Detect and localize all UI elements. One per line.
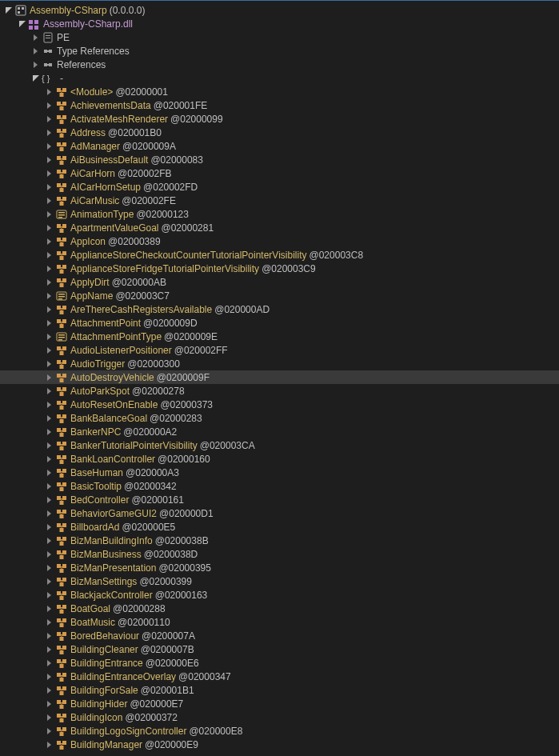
tree-row-type[interactable]: ApplianceStoreFridgeTutorialPointerVisib… bbox=[0, 262, 559, 275]
collapse-arrow-icon[interactable] bbox=[46, 510, 54, 518]
tree-row-refs[interactable]: References bbox=[0, 58, 559, 71]
collapse-arrow-icon[interactable] bbox=[46, 455, 54, 463]
tree-row-type[interactable]: BizManPresentation@02000395 bbox=[0, 561, 559, 574]
collapse-arrow-icon[interactable] bbox=[46, 142, 54, 150]
tree-row-type[interactable]: Address@020001B0 bbox=[0, 126, 559, 139]
collapse-arrow-icon[interactable] bbox=[46, 156, 54, 164]
collapse-arrow-icon[interactable] bbox=[46, 129, 54, 137]
tree-row-type[interactable]: BizManBusiness@0200038D bbox=[0, 547, 559, 561]
tree-row-type[interactable]: AutoParkSpot@02000278 bbox=[0, 384, 559, 398]
collapse-arrow-icon[interactable] bbox=[46, 224, 54, 232]
tree-row-type[interactable]: BuildingHider@020000E7 bbox=[0, 697, 559, 710]
collapse-arrow-icon[interactable] bbox=[46, 564, 54, 572]
tree-row-type[interactable]: ApartmentValueGoal@02000281 bbox=[0, 221, 559, 234]
collapse-arrow-icon[interactable] bbox=[46, 482, 54, 490]
collapse-arrow-icon[interactable] bbox=[46, 387, 54, 395]
tree-row-type[interactable]: AchievementsData@020001FE bbox=[0, 98, 559, 112]
tree-row-type[interactable]: BoredBehaviour@0200007A bbox=[0, 629, 559, 642]
tree-row-type[interactable]: BankerTutorialPointerVisibility@020003CA bbox=[0, 438, 559, 452]
collapse-arrow-icon[interactable] bbox=[46, 578, 54, 586]
tree-row-type[interactable]: BankLoanController@02000160 bbox=[0, 452, 559, 466]
collapse-arrow-icon[interactable] bbox=[46, 292, 54, 300]
collapse-arrow-icon[interactable] bbox=[46, 632, 54, 640]
tree-row-pe[interactable]: PE bbox=[0, 30, 559, 44]
collapse-arrow-icon[interactable] bbox=[46, 537, 54, 545]
tree-row-assembly[interactable]: Assembly-CSharp (0.0.0.0) bbox=[0, 3, 559, 17]
collapse-arrow-icon[interactable] bbox=[46, 727, 54, 735]
collapse-arrow-icon[interactable] bbox=[46, 374, 54, 382]
tree-row-type[interactable]: BankBalanceGoal@02000283 bbox=[0, 411, 559, 425]
collapse-arrow-icon[interactable] bbox=[32, 34, 40, 42]
tree-row-type[interactable]: BankerNPC@020000A2 bbox=[0, 425, 559, 438]
tree-row-type[interactable]: AutoDestroyVehicle@0200009F bbox=[0, 370, 559, 384]
tree-row-type[interactable]: AICarHornSetup@020002FD bbox=[0, 180, 559, 194]
collapse-arrow-icon[interactable] bbox=[32, 61, 40, 69]
tree-row-type[interactable]: BedController@02000161 bbox=[0, 493, 559, 506]
collapse-arrow-icon[interactable] bbox=[46, 673, 54, 681]
expand-arrow-icon[interactable] bbox=[5, 6, 13, 14]
tree-row-type[interactable]: BizManBuildingInfo@0200038B bbox=[0, 534, 559, 547]
collapse-arrow-icon[interactable] bbox=[46, 183, 54, 191]
expand-arrow-icon[interactable] bbox=[32, 74, 40, 82]
tree-row-type[interactable]: BoatMusic@02000110 bbox=[0, 615, 559, 629]
collapse-arrow-icon[interactable] bbox=[46, 115, 54, 123]
collapse-arrow-icon[interactable] bbox=[46, 550, 54, 558]
collapse-arrow-icon[interactable] bbox=[46, 605, 54, 613]
collapse-arrow-icon[interactable] bbox=[46, 496, 54, 504]
collapse-arrow-icon[interactable] bbox=[46, 306, 54, 314]
tree-row-type[interactable]: ApplyDirt@020000AB bbox=[0, 275, 559, 289]
tree-row-type[interactable]: AnimationType@02000123 bbox=[0, 207, 559, 221]
tree-row-type[interactable]: AudioListenerPositioner@020002FF bbox=[0, 343, 559, 357]
tree-row-type[interactable]: AutoResetOnEnable@02000373 bbox=[0, 398, 559, 411]
collapse-arrow-icon[interactable] bbox=[46, 265, 54, 273]
tree-row-type[interactable]: BasicTooltip@02000342 bbox=[0, 479, 559, 493]
collapse-arrow-icon[interactable] bbox=[46, 700, 54, 708]
collapse-arrow-icon[interactable] bbox=[46, 469, 54, 477]
collapse-arrow-icon[interactable] bbox=[46, 210, 54, 218]
tree-row-type[interactable]: AppName@020003C7 bbox=[0, 289, 559, 302]
tree-row-type[interactable]: BizManSettings@02000399 bbox=[0, 574, 559, 588]
collapse-arrow-icon[interactable] bbox=[46, 659, 54, 667]
collapse-arrow-icon[interactable] bbox=[46, 618, 54, 626]
tree-row-type[interactable]: BehaviorGameGUI2@020000D1 bbox=[0, 506, 559, 520]
tree-row-dll[interactable]: Assembly-CSharp.dll bbox=[0, 17, 559, 30]
tree-row-type[interactable]: AttachmentPoint@0200009D bbox=[0, 316, 559, 330]
collapse-arrow-icon[interactable] bbox=[46, 333, 54, 341]
collapse-arrow-icon[interactable] bbox=[32, 47, 40, 55]
tree-row-type[interactable]: BillboardAd@020000E5 bbox=[0, 520, 559, 534]
collapse-arrow-icon[interactable] bbox=[46, 591, 54, 599]
collapse-arrow-icon[interactable] bbox=[46, 686, 54, 694]
collapse-arrow-icon[interactable] bbox=[46, 197, 54, 205]
tree-row-type[interactable]: BuildingCleaner@0200007B bbox=[0, 642, 559, 656]
tree-row-type[interactable]: BuildingEntrance@020000E6 bbox=[0, 656, 559, 670]
tree-row-type[interactable]: BuildingLogoSignController@020000E8 bbox=[0, 724, 559, 738]
collapse-arrow-icon[interactable] bbox=[46, 741, 54, 749]
tree-row-type[interactable]: ApplianceStoreCheckoutCounterTutorialPoi… bbox=[0, 248, 559, 262]
tree-row-type[interactable]: BuildingManager@020000E9 bbox=[0, 738, 559, 751]
tree-row-type[interactable]: BaseHuman@020000A3 bbox=[0, 466, 559, 479]
tree-row-type[interactable]: AiCarMusic@020002FE bbox=[0, 194, 559, 207]
tree-row-typerefs[interactable]: Type References bbox=[0, 44, 559, 58]
expand-arrow-icon[interactable] bbox=[18, 20, 26, 28]
tree-row-namespace[interactable]: { } - bbox=[0, 71, 559, 85]
tree-row-type[interactable]: AiBusinessDefault@02000083 bbox=[0, 153, 559, 166]
collapse-arrow-icon[interactable] bbox=[46, 414, 54, 422]
tree-row-type[interactable]: AttachmentPointType@0200009E bbox=[0, 330, 559, 343]
tree-row-type[interactable]: <Module>@02000001 bbox=[0, 85, 559, 98]
collapse-arrow-icon[interactable] bbox=[46, 88, 54, 96]
collapse-arrow-icon[interactable] bbox=[46, 346, 54, 354]
collapse-arrow-icon[interactable] bbox=[46, 428, 54, 436]
collapse-arrow-icon[interactable] bbox=[46, 714, 54, 722]
collapse-arrow-icon[interactable] bbox=[46, 251, 54, 259]
collapse-arrow-icon[interactable] bbox=[46, 278, 54, 286]
collapse-arrow-icon[interactable] bbox=[46, 401, 54, 409]
collapse-arrow-icon[interactable] bbox=[46, 102, 54, 110]
tree-row-type[interactable]: AudioTrigger@02000300 bbox=[0, 357, 559, 370]
tree-row-type[interactable]: BuildingForSale@020001B1 bbox=[0, 683, 559, 697]
tree-row-type[interactable]: AiCarHorn@020002FB bbox=[0, 166, 559, 180]
collapse-arrow-icon[interactable] bbox=[46, 170, 54, 178]
tree-row-type[interactable]: AdManager@0200009A bbox=[0, 139, 559, 153]
collapse-arrow-icon[interactable] bbox=[46, 238, 54, 246]
collapse-arrow-icon[interactable] bbox=[46, 646, 54, 654]
tree-row-type[interactable]: AreThereCashRegistersAvailable@020000AD bbox=[0, 302, 559, 316]
